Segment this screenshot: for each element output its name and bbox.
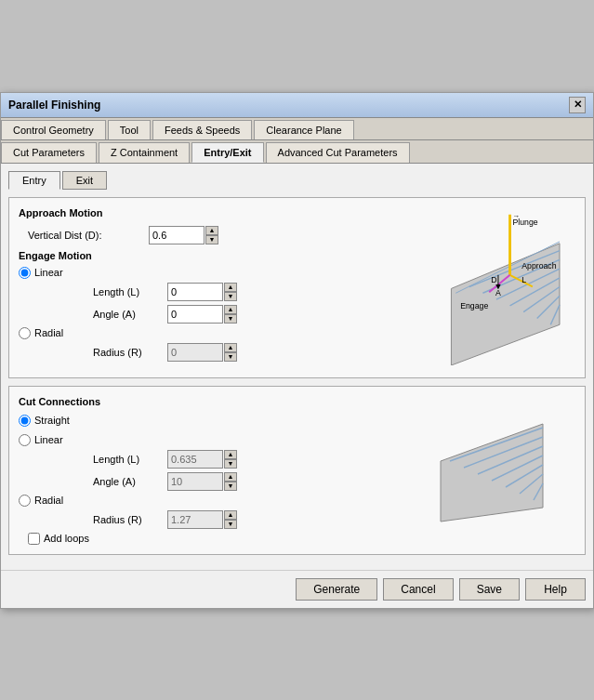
cut-angle-row: Angle (A) ▲ ▼: [93, 472, 422, 491]
entry-left: Approach Motion Vertical Dist (D): ▲ ▼: [19, 207, 415, 368]
tab-z-containment[interactable]: Z Containment: [99, 142, 190, 163]
cut-radial-radio-label: Radial: [34, 495, 90, 506]
cut-linear-radio[interactable]: [19, 434, 31, 446]
straight-radio[interactable]: [19, 415, 31, 427]
main-window: Parallel Finishing ✕ Control Geometry To…: [0, 92, 594, 609]
radial-radio[interactable]: [19, 327, 31, 339]
cut-radius-up[interactable]: ▲: [224, 510, 237, 520]
engage-angle-input[interactable]: [167, 305, 223, 324]
cut-radial-radio-row: Radial: [19, 495, 422, 507]
cut-angle-input[interactable]: [167, 472, 223, 491]
tabs-row2: Cut Parameters Z Containment Entry/Exit …: [1, 140, 593, 164]
tab-clearance-plane[interactable]: Clearance Plane: [254, 120, 353, 139]
engage-radius-row: Radius (R) ▲ ▼: [93, 343, 415, 362]
entry-diagram-svg: D L A Plunge → Approach Engage: [422, 207, 571, 365]
subtabs: Entry Exit: [8, 171, 586, 190]
vertical-dist-input[interactable]: [149, 226, 205, 244]
radial-radio-label: Radial: [34, 327, 90, 338]
cut-radius-label: Radius (R): [93, 514, 167, 525]
cut-length-row: Length (L) ▲ ▼: [93, 450, 422, 469]
tab-entry-exit[interactable]: Entry/Exit: [191, 142, 263, 163]
cut-radius-down[interactable]: ▼: [224, 520, 237, 529]
engage-motion-section: Engage Motion Linear Length (L) ▲: [19, 250, 415, 362]
add-loops-checkbox[interactable]: [28, 533, 40, 545]
entry-diagram: D L A Plunge → Approach Engage: [422, 207, 575, 368]
cut-angle-down[interactable]: ▼: [224, 482, 237, 491]
cancel-button[interactable]: Cancel: [383, 578, 453, 601]
tab-tool[interactable]: Tool: [108, 120, 151, 139]
cut-radius-spinner: ▲ ▼: [224, 510, 237, 529]
cut-container: Straight Linear Length (L) ▲ ▼: [19, 415, 575, 545]
cut-diagram: [422, 415, 575, 545]
cut-angle-spinner: ▲ ▼: [224, 472, 237, 491]
engage-length-wrap: ▲ ▼: [167, 283, 237, 301]
generate-button[interactable]: Generate: [296, 578, 377, 601]
approach-motion-title: Approach Motion: [19, 207, 415, 218]
vertical-dist-spinner: ▲ ▼: [205, 226, 218, 244]
engage-motion-title: Engage Motion: [19, 250, 415, 261]
cut-length-spinner: ▲ ▼: [224, 450, 237, 469]
add-loops-label: Add loops: [44, 533, 89, 544]
cut-diagram-svg: [422, 415, 552, 526]
cut-length-down[interactable]: ▼: [224, 459, 237, 469]
tab-control-geometry[interactable]: Control Geometry: [1, 120, 106, 139]
engage-radius-input[interactable]: [167, 343, 223, 362]
engage-length-input[interactable]: [167, 283, 223, 301]
engage-length-spinner: ▲ ▼: [224, 283, 237, 301]
cut-angle-wrap: ▲ ▼: [167, 472, 237, 491]
engage-angle-label: Angle (A): [93, 309, 167, 320]
cut-length-up[interactable]: ▲: [224, 450, 237, 459]
cut-length-input[interactable]: [167, 450, 223, 469]
straight-radio-label: Straight: [34, 415, 90, 426]
cut-radius-wrap: ▲ ▼: [167, 510, 237, 529]
help-button[interactable]: Help: [525, 578, 586, 601]
svg-text:L: L: [521, 274, 526, 284]
window-title: Parallel Finishing: [8, 99, 100, 112]
vertical-dist-label: Vertical Dist (D):: [28, 230, 149, 241]
linear-radio-row: Linear: [19, 267, 415, 279]
cut-angle-label: Angle (A): [93, 476, 167, 487]
engage-angle-down[interactable]: ▼: [224, 314, 237, 324]
tab-cut-parameters[interactable]: Cut Parameters: [1, 142, 97, 163]
cut-linear-radio-label: Linear: [34, 434, 90, 445]
engage-angle-up[interactable]: ▲: [224, 305, 237, 314]
engage-radius-down[interactable]: ▼: [224, 352, 237, 362]
cut-linear-radio-row: Linear: [19, 434, 422, 446]
save-button[interactable]: Save: [459, 578, 520, 601]
svg-text:D: D: [491, 274, 496, 284]
vertical-dist-up[interactable]: ▲: [205, 226, 218, 235]
engage-angle-wrap: ▲ ▼: [167, 305, 237, 324]
content-area: Entry Exit Approach Motion Vertical Dist…: [1, 164, 593, 570]
engage-angle-spinner: ▲ ▼: [224, 305, 237, 324]
cut-radius-row: Radius (R) ▲ ▼: [93, 510, 422, 529]
engage-length-up[interactable]: ▲: [224, 283, 237, 292]
vertical-dist-row: Vertical Dist (D): ▲ ▼: [28, 226, 415, 244]
cut-connections-title: Cut Connections: [19, 396, 575, 407]
svg-text:A: A: [495, 288, 501, 297]
engage-radius-label: Radius (R): [93, 347, 167, 358]
engage-radius-wrap: ▲ ▼: [167, 343, 237, 362]
cut-length-wrap: ▲ ▼: [167, 450, 237, 469]
subtab-entry[interactable]: Entry: [8, 171, 60, 190]
svg-text:Approach: Approach: [521, 261, 557, 271]
cut-radial-radio[interactable]: [19, 495, 31, 507]
tab-feeds-speeds[interactable]: Feeds & Speeds: [152, 120, 252, 139]
engage-angle-row: Angle (A) ▲ ▼: [93, 305, 415, 324]
subtab-exit[interactable]: Exit: [62, 171, 107, 190]
engage-radius-spinner: ▲ ▼: [224, 343, 237, 362]
radial-radio-row: Radial: [19, 327, 415, 339]
entry-section: Approach Motion Vertical Dist (D): ▲ ▼: [8, 197, 586, 378]
vertical-dist-down[interactable]: ▼: [205, 235, 218, 244]
add-loops-row: Add loops: [28, 533, 422, 545]
linear-radio[interactable]: [19, 267, 31, 279]
svg-text:Engage: Engage: [460, 300, 488, 310]
vertical-dist-input-wrap: ▲ ▼: [149, 226, 218, 244]
engage-radius-up[interactable]: ▲: [224, 343, 237, 352]
straight-radio-row: Straight: [19, 415, 422, 427]
tab-advanced-cut-parameters[interactable]: Advanced Cut Parameters: [266, 142, 410, 163]
cut-left: Straight Linear Length (L) ▲ ▼: [19, 415, 422, 545]
close-button[interactable]: ✕: [569, 97, 586, 113]
cut-radius-input[interactable]: [167, 510, 223, 529]
cut-angle-up[interactable]: ▲: [224, 472, 237, 482]
engage-length-down[interactable]: ▼: [224, 292, 237, 301]
